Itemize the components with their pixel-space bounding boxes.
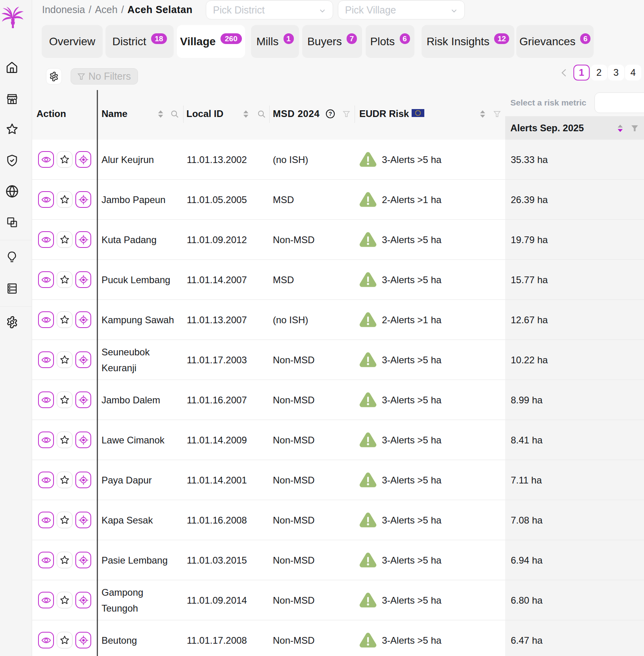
svg-text:?: ? — [329, 111, 332, 117]
